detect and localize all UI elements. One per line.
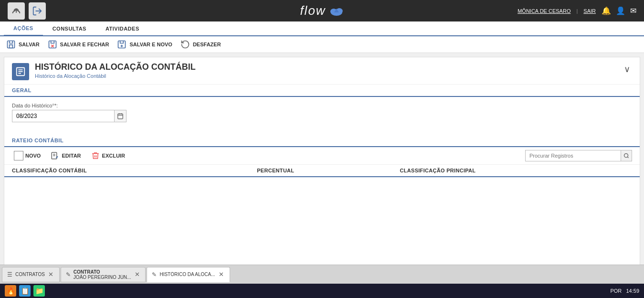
page-type-icon xyxy=(12,63,29,80)
data-historico-input[interactable] xyxy=(12,110,114,122)
svg-rect-5 xyxy=(49,41,56,48)
svg-point-22 xyxy=(624,154,628,158)
sair-link[interactable]: SAIR xyxy=(583,8,596,14)
save-new-label: SALVAR E NOVO xyxy=(129,42,172,47)
page-header: HISTÓRICO DA ALOCAÇÃO CONTÁBIL Histórico… xyxy=(4,57,640,85)
geral-label: GERAL xyxy=(12,87,32,93)
save-new-icon xyxy=(116,39,127,50)
save-close-label: SALVAR E FECHAR xyxy=(60,42,109,47)
header-left xyxy=(8,2,46,20)
cloud-upload-icon[interactable] xyxy=(8,2,25,20)
historico-tab-icon: ✎ xyxy=(152,271,157,278)
page-title: HISTÓRICO DA ALOCAÇÃO CONTÁBIL xyxy=(35,62,196,72)
bottom-tab-historico[interactable]: ✎ HISTÓRICO DA ALOCA... ✕ xyxy=(147,267,230,282)
separator: | xyxy=(576,8,578,14)
editar-icon xyxy=(50,151,60,160)
undo-button[interactable]: DESFAZER xyxy=(180,39,221,50)
os-taskbar-left: 🔥 📋 📁 xyxy=(5,285,45,297)
tab-consultas[interactable]: CONSULTAS xyxy=(43,21,96,35)
contrato-tab-close[interactable]: ✕ xyxy=(134,271,140,278)
exit-icon[interactable] xyxy=(29,2,46,20)
page-header-left: HISTÓRICO DA ALOCAÇÃO CONTÁBIL Histórico… xyxy=(12,62,196,80)
rateio-section-header: RATEIO CONTÁBIL xyxy=(4,135,640,147)
contrato-tab-label: CONTRATO xyxy=(74,269,131,275)
taskbar-app-1[interactable]: 🔥 xyxy=(5,285,16,297)
col-classificacao-contabil: CLASSIFICAÇÃO CONTÁBIL xyxy=(4,165,249,177)
excluir-label: EXCLUIR xyxy=(102,153,125,159)
user-name-link[interactable]: MÔNICA DE CESARO xyxy=(517,8,570,14)
search-button[interactable] xyxy=(621,150,632,161)
data-historico-label: Data do Histórico°*: xyxy=(12,103,632,108)
save-label: SALVAR xyxy=(19,42,40,47)
historico-tab-label: HISTÓRICO DA ALOCA... xyxy=(159,272,215,277)
rateio-toolbar: NOVO EDITAR xyxy=(4,147,640,165)
save-close-icon xyxy=(47,39,58,50)
app-logo: flow xyxy=(300,3,344,18)
data-historico-input-wrapper xyxy=(12,110,127,122)
logo-text: flow xyxy=(300,3,326,18)
historico-tab-close[interactable]: ✕ xyxy=(218,271,225,278)
contratos-tab-label: CONTRATOS xyxy=(15,272,45,277)
geral-form-area: Data do Histórico°*: xyxy=(4,97,640,133)
svg-line-23 xyxy=(627,157,628,158)
bell-icon[interactable]: 🔔 xyxy=(602,6,611,15)
editar-label: EDITAR xyxy=(62,153,81,159)
undo-icon xyxy=(180,39,190,50)
excluir-button[interactable]: EXCLUIR xyxy=(89,150,127,161)
taskbar-time: 14:59 xyxy=(626,288,639,294)
collapse-button[interactable]: ∨ xyxy=(622,62,632,76)
contrato-tab-sublabel: JOÃO PEREGRINO JÚN... xyxy=(74,275,131,280)
excluir-icon xyxy=(91,151,100,160)
data-historico-field: Data do Histórico°*: xyxy=(12,103,632,122)
taskbar-app-2[interactable]: 📋 xyxy=(19,285,31,297)
rateio-label: RATEIO CONTÁBIL xyxy=(12,138,63,143)
novo-label: NOVO xyxy=(25,153,41,159)
geral-section-header: GERAL xyxy=(4,85,640,97)
svg-rect-15 xyxy=(118,114,123,119)
os-taskbar: 🔥 📋 📁 POR 14:59 xyxy=(0,284,644,298)
contratos-tab-close[interactable]: ✕ xyxy=(48,271,54,278)
save-button[interactable]: SALVAR xyxy=(6,39,40,50)
tab-atividades[interactable]: ATIVIDADES xyxy=(96,21,149,35)
rateio-section: RATEIO CONTÁBIL NOVO EDITAR xyxy=(4,135,640,177)
header-right: MÔNICA DE CESARO | SAIR 🔔 👤 ✉ xyxy=(517,6,636,15)
bottom-tab-contrato[interactable]: ✎ CONTRATO JOÃO PEREGRINO JÚN... ✕ xyxy=(61,267,146,282)
bottom-tab-bar: ☰ CONTRATOS ✕ ✎ CONTRATO JOÃO PEREGRINO … xyxy=(0,265,644,284)
navigation-tabs: AÇÕES CONSULTAS ATIVIDADES xyxy=(0,21,644,36)
taskbar-app-3[interactable]: 📁 xyxy=(33,285,45,297)
col-classificacao-principal: CLASSIFICAÇÃO PRINCIPAL xyxy=(392,165,640,177)
contrato-tab-icon: ✎ xyxy=(66,271,71,278)
search-area xyxy=(525,150,632,161)
tab-acoes[interactable]: AÇÕES xyxy=(4,21,43,36)
page-subtitle: Histórico da Alocação Contábil xyxy=(35,73,196,79)
save-new-button[interactable]: SALVAR E NOVO xyxy=(116,39,172,50)
undo-label: DESFAZER xyxy=(193,42,221,47)
save-icon xyxy=(6,39,16,50)
user-avatar-icon[interactable]: 👤 xyxy=(616,6,625,15)
contratos-tab-icon: ☰ xyxy=(7,271,12,278)
header-icons: 🔔 👤 ✉ xyxy=(602,6,636,15)
app-header: flow MÔNICA DE CESARO | SAIR 🔔 👤 ✉ xyxy=(0,0,644,21)
novo-button[interactable]: NOVO xyxy=(12,150,42,161)
date-picker-button[interactable] xyxy=(114,110,127,122)
rateio-table: CLASSIFICAÇÃO CONTÁBIL PERCENTUAL CLASSI… xyxy=(4,165,640,177)
page-title-block: HISTÓRICO DA ALOCAÇÃO CONTÁBIL Histórico… xyxy=(35,62,196,79)
main-toolbar: SALVAR SALVAR E FECHAR SALVAR E NOVO xyxy=(0,36,644,53)
editar-button[interactable]: EDITAR xyxy=(48,150,83,161)
main-content-area: HISTÓRICO DA ALOCAÇÃO CONTÁBIL Histórico… xyxy=(4,57,640,278)
bottom-tab-contratos[interactable]: ☰ CONTRATOS ✕ xyxy=(2,267,60,282)
col-percentual: PERCENTUAL xyxy=(249,165,392,177)
mail-icon[interactable]: ✉ xyxy=(630,6,636,15)
search-input[interactable] xyxy=(525,150,621,161)
novo-checkbox-icon xyxy=(14,151,23,160)
os-taskbar-right: POR 14:59 xyxy=(610,288,639,294)
taskbar-lang: POR xyxy=(610,288,622,294)
save-close-button[interactable]: SALVAR E FECHAR xyxy=(47,39,109,50)
